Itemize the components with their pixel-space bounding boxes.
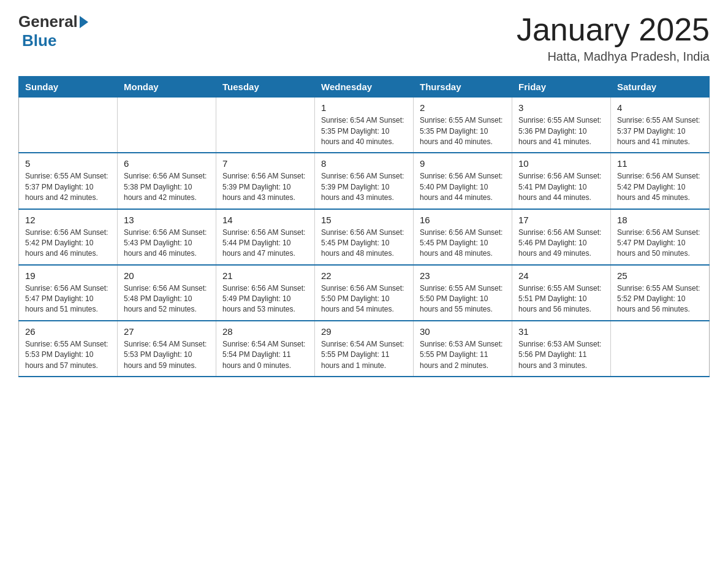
calendar-cell: 18Sunrise: 6:56 AM Sunset: 5:47 PM Dayli… <box>611 209 710 265</box>
day-info: Sunrise: 6:56 AM Sunset: 5:43 PM Dayligh… <box>124 228 210 259</box>
day-info: Sunrise: 6:56 AM Sunset: 5:42 PM Dayligh… <box>617 171 703 203</box>
calendar-cell: 11Sunrise: 6:56 AM Sunset: 5:42 PM Dayli… <box>611 153 710 209</box>
calendar-cell: 29Sunrise: 6:54 AM Sunset: 5:55 PM Dayli… <box>315 321 414 377</box>
calendar-subtitle: Hatta, Madhya Pradesh, India <box>517 50 710 64</box>
day-number: 8 <box>321 158 407 169</box>
week-row-2: 5Sunrise: 6:55 AM Sunset: 5:37 PM Daylig… <box>19 153 710 209</box>
day-info: Sunrise: 6:54 AM Sunset: 5:53 PM Dayligh… <box>124 339 210 371</box>
day-number: 12 <box>25 215 111 225</box>
day-info: Sunrise: 6:55 AM Sunset: 5:51 PM Dayligh… <box>518 283 604 315</box>
day-info: Sunrise: 6:56 AM Sunset: 5:40 PM Dayligh… <box>420 171 506 203</box>
calendar-cell <box>19 98 118 153</box>
day-number: 14 <box>222 215 308 225</box>
title-section: January 2025 Hatta, Madhya Pradesh, Indi… <box>517 12 710 64</box>
day-number: 5 <box>25 158 111 169</box>
day-info: Sunrise: 6:56 AM Sunset: 5:44 PM Dayligh… <box>222 228 308 259</box>
day-number: 11 <box>617 158 703 169</box>
day-info: Sunrise: 6:55 AM Sunset: 5:50 PM Dayligh… <box>420 283 506 315</box>
day-number: 27 <box>124 326 210 337</box>
calendar-title: January 2025 <box>517 12 710 47</box>
calendar-cell <box>611 321 710 377</box>
day-info: Sunrise: 6:56 AM Sunset: 5:45 PM Dayligh… <box>420 228 506 259</box>
day-number: 3 <box>518 102 604 113</box>
day-number: 13 <box>124 215 210 225</box>
day-info: Sunrise: 6:56 AM Sunset: 5:47 PM Dayligh… <box>25 283 111 315</box>
day-number: 17 <box>518 215 604 225</box>
calendar-cell: 13Sunrise: 6:56 AM Sunset: 5:43 PM Dayli… <box>118 209 216 265</box>
calendar-cell: 5Sunrise: 6:55 AM Sunset: 5:37 PM Daylig… <box>19 153 118 209</box>
day-info: Sunrise: 6:55 AM Sunset: 5:37 PM Dayligh… <box>25 171 111 203</box>
logo: General Blue <box>18 12 88 50</box>
calendar-cell: 21Sunrise: 6:56 AM Sunset: 5:49 PM Dayli… <box>216 265 315 321</box>
day-number: 15 <box>321 215 407 225</box>
day-number: 31 <box>518 326 604 337</box>
day-number: 4 <box>617 102 703 113</box>
logo-general-text: General <box>18 12 78 31</box>
calendar-cell: 30Sunrise: 6:53 AM Sunset: 5:55 PM Dayli… <box>414 321 512 377</box>
day-info: Sunrise: 6:56 AM Sunset: 5:42 PM Dayligh… <box>25 228 111 259</box>
calendar-table: SundayMondayTuesdayWednesdayThursdayFrid… <box>18 76 710 377</box>
day-header-friday: Friday <box>512 77 611 98</box>
day-info: Sunrise: 6:56 AM Sunset: 5:49 PM Dayligh… <box>222 283 308 315</box>
day-number: 1 <box>321 102 407 113</box>
calendar-cell: 23Sunrise: 6:55 AM Sunset: 5:50 PM Dayli… <box>414 265 512 321</box>
day-number: 21 <box>222 270 308 281</box>
calendar-cell: 4Sunrise: 6:55 AM Sunset: 5:37 PM Daylig… <box>611 98 710 153</box>
week-row-5: 26Sunrise: 6:55 AM Sunset: 5:53 PM Dayli… <box>19 321 710 377</box>
week-row-4: 19Sunrise: 6:56 AM Sunset: 5:47 PM Dayli… <box>19 265 710 321</box>
day-info: Sunrise: 6:56 AM Sunset: 5:47 PM Dayligh… <box>617 228 703 259</box>
week-row-3: 12Sunrise: 6:56 AM Sunset: 5:42 PM Dayli… <box>19 209 710 265</box>
day-number: 19 <box>25 270 111 281</box>
day-number: 26 <box>25 326 111 337</box>
day-header-thursday: Thursday <box>414 77 512 98</box>
day-number: 25 <box>617 270 703 281</box>
days-header-row: SundayMondayTuesdayWednesdayThursdayFrid… <box>19 77 710 98</box>
day-info: Sunrise: 6:53 AM Sunset: 5:55 PM Dayligh… <box>420 339 506 371</box>
calendar-cell: 9Sunrise: 6:56 AM Sunset: 5:40 PM Daylig… <box>414 153 512 209</box>
calendar-cell <box>118 98 216 153</box>
day-info: Sunrise: 6:56 AM Sunset: 5:46 PM Dayligh… <box>518 228 604 259</box>
calendar-cell: 12Sunrise: 6:56 AM Sunset: 5:42 PM Dayli… <box>19 209 118 265</box>
day-info: Sunrise: 6:55 AM Sunset: 5:37 PM Dayligh… <box>617 115 703 147</box>
calendar-cell <box>216 98 315 153</box>
calendar-cell: 19Sunrise: 6:56 AM Sunset: 5:47 PM Dayli… <box>19 265 118 321</box>
day-number: 23 <box>420 270 506 281</box>
calendar-cell: 26Sunrise: 6:55 AM Sunset: 5:53 PM Dayli… <box>19 321 118 377</box>
day-number: 24 <box>518 270 604 281</box>
calendar-cell: 15Sunrise: 6:56 AM Sunset: 5:45 PM Dayli… <box>315 209 414 265</box>
day-info: Sunrise: 6:55 AM Sunset: 5:36 PM Dayligh… <box>518 115 604 147</box>
calendar-cell: 25Sunrise: 6:55 AM Sunset: 5:52 PM Dayli… <box>611 265 710 321</box>
day-number: 10 <box>518 158 604 169</box>
logo-arrow-icon <box>80 16 88 28</box>
calendar-cell: 17Sunrise: 6:56 AM Sunset: 5:46 PM Dayli… <box>512 209 611 265</box>
calendar-cell: 10Sunrise: 6:56 AM Sunset: 5:41 PM Dayli… <box>512 153 611 209</box>
calendar-cell: 27Sunrise: 6:54 AM Sunset: 5:53 PM Dayli… <box>118 321 216 377</box>
day-header-wednesday: Wednesday <box>315 77 414 98</box>
calendar-cell: 8Sunrise: 6:56 AM Sunset: 5:39 PM Daylig… <box>315 153 414 209</box>
calendar-cell: 14Sunrise: 6:56 AM Sunset: 5:44 PM Dayli… <box>216 209 315 265</box>
day-number: 9 <box>420 158 506 169</box>
day-number: 7 <box>222 158 308 169</box>
day-info: Sunrise: 6:54 AM Sunset: 5:54 PM Dayligh… <box>222 339 308 371</box>
day-header-monday: Monday <box>118 77 216 98</box>
day-info: Sunrise: 6:56 AM Sunset: 5:45 PM Dayligh… <box>321 228 407 259</box>
day-info: Sunrise: 6:54 AM Sunset: 5:35 PM Dayligh… <box>321 115 407 147</box>
day-info: Sunrise: 6:56 AM Sunset: 5:38 PM Dayligh… <box>124 171 210 203</box>
day-number: 16 <box>420 215 506 225</box>
day-info: Sunrise: 6:56 AM Sunset: 5:48 PM Dayligh… <box>124 283 210 315</box>
day-info: Sunrise: 6:56 AM Sunset: 5:39 PM Dayligh… <box>222 171 308 203</box>
calendar-cell: 28Sunrise: 6:54 AM Sunset: 5:54 PM Dayli… <box>216 321 315 377</box>
calendar-cell: 7Sunrise: 6:56 AM Sunset: 5:39 PM Daylig… <box>216 153 315 209</box>
day-header-saturday: Saturday <box>611 77 710 98</box>
day-header-sunday: Sunday <box>19 77 118 98</box>
calendar-cell: 22Sunrise: 6:56 AM Sunset: 5:50 PM Dayli… <box>315 265 414 321</box>
calendar-cell: 6Sunrise: 6:56 AM Sunset: 5:38 PM Daylig… <box>118 153 216 209</box>
calendar-cell: 31Sunrise: 6:53 AM Sunset: 5:56 PM Dayli… <box>512 321 611 377</box>
day-number: 18 <box>617 215 703 225</box>
calendar-cell: 3Sunrise: 6:55 AM Sunset: 5:36 PM Daylig… <box>512 98 611 153</box>
day-number: 20 <box>124 270 210 281</box>
day-number: 30 <box>420 326 506 337</box>
day-info: Sunrise: 6:56 AM Sunset: 5:39 PM Dayligh… <box>321 171 407 203</box>
calendar-cell: 24Sunrise: 6:55 AM Sunset: 5:51 PM Dayli… <box>512 265 611 321</box>
calendar-cell: 16Sunrise: 6:56 AM Sunset: 5:45 PM Dayli… <box>414 209 512 265</box>
